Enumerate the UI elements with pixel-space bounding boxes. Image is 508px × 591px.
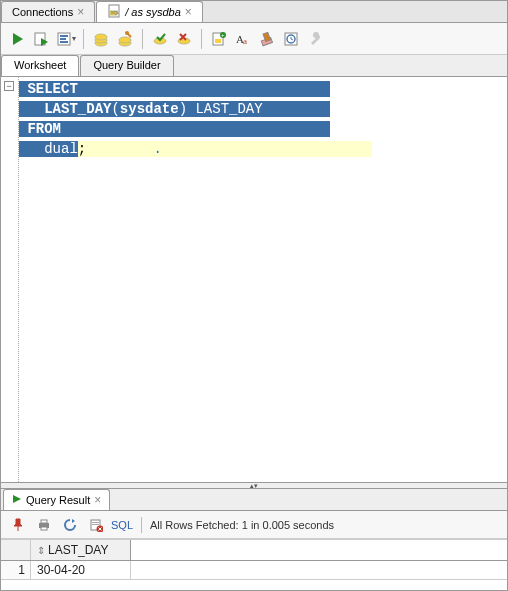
sql-editor[interactable]: − SELECT LAST_DAY(sysdate) LAST_DAY FROM… [1,77,507,482]
worksheet-tab-bar: Worksheet Query Builder [1,55,507,77]
col-header-label: LAST_DAY [48,543,108,557]
print-button[interactable] [33,514,55,536]
sql-table: dual [44,141,78,157]
grid-header-row: ⇕ LAST_DAY [1,539,507,561]
splitter-handle[interactable]: ▴▾ [1,482,507,489]
grid-cell[interactable]: 30-04-20 [31,561,131,579]
sql-developer-window: Connections × SQL / as sysdba × + Aa Wor… [0,0,508,591]
delete-row-button[interactable] [85,514,107,536]
explain-plan-button[interactable] [55,28,77,50]
svg-point-13 [125,31,129,35]
close-icon[interactable]: × [185,6,192,18]
svg-rect-5 [60,35,68,37]
run-script-button[interactable] [31,28,53,50]
sql-keyword-from: FROM [27,121,61,137]
results-tab-bar: Query Result × [1,489,507,511]
svg-rect-17 [215,39,221,43]
svg-text:SQL: SQL [111,10,120,15]
tab-worksheet[interactable]: Worksheet [1,55,79,76]
run-statement-button[interactable] [7,28,29,50]
results-panel: Query Result × SQL All Rows Fetched: 1 i… [1,489,507,590]
tab-query-builder-label: Query Builder [93,59,160,71]
tab-connections[interactable]: Connections × [1,1,95,22]
svg-rect-27 [41,520,47,523]
fetch-status: All Rows Fetched: 1 in 0.005 seconds [150,519,334,531]
refresh-button[interactable] [59,514,81,536]
tab-connections-label: Connections [12,6,73,18]
grid-corner [1,540,31,560]
tab-session-label: / as sysdba [125,6,181,18]
svg-point-12 [119,37,131,43]
to-upper-lower-button[interactable]: Aa [232,28,254,50]
tab-query-result-label: Query Result [26,494,90,506]
close-icon[interactable]: × [94,494,101,506]
fold-toggle-icon[interactable]: − [4,81,14,91]
svg-rect-7 [60,41,68,43]
commit-button[interactable] [149,28,171,50]
tab-query-result[interactable]: Query Result × [3,489,110,510]
sql-link[interactable]: SQL [111,519,133,531]
rollback-button[interactable] [173,28,195,50]
svg-text:a: a [243,36,247,46]
unshared-worksheet-button[interactable]: + [208,28,230,50]
svg-rect-31 [92,524,99,525]
wrench-button[interactable] [304,28,326,50]
tab-worksheet-label: Worksheet [14,59,66,71]
top-tab-bar: Connections × SQL / as sysdba × [1,1,507,23]
results-grid[interactable]: ⇕ LAST_DAY 1 30-04-20 [1,539,507,590]
svg-point-10 [95,34,107,40]
svg-rect-28 [41,527,47,530]
sql-func: LAST_DAY [44,101,111,117]
autotrace-button[interactable] [90,28,112,50]
grid-row[interactable]: 1 30-04-20 [1,561,507,580]
row-number: 1 [1,561,31,579]
results-toolbar: SQL All Rows Fetched: 1 in 0.005 seconds [1,511,507,539]
sort-icon: ⇕ [37,545,45,556]
sql-file-icon: SQL [107,4,121,20]
main-toolbar: + Aa [1,23,507,55]
svg-rect-6 [60,38,66,40]
svg-rect-30 [92,522,99,523]
clear-button[interactable] [256,28,278,50]
sql-tuning-button[interactable] [114,28,136,50]
pin-button[interactable] [7,514,29,536]
close-icon[interactable]: × [77,6,84,18]
tab-query-builder[interactable]: Query Builder [80,55,173,76]
sql-alias: LAST_DAY [187,101,263,117]
sql-keyword-select: SELECT [27,81,77,97]
code-area[interactable]: SELECT LAST_DAY(sysdate) LAST_DAY FROM d… [19,77,507,482]
grid-header-cell[interactable]: ⇕ LAST_DAY [31,540,131,560]
sql-history-button[interactable] [280,28,302,50]
run-icon [12,494,22,506]
editor-gutter: − [1,77,19,482]
tab-session[interactable]: SQL / as sysdba × [96,1,203,22]
svg-text:+: + [221,32,225,38]
